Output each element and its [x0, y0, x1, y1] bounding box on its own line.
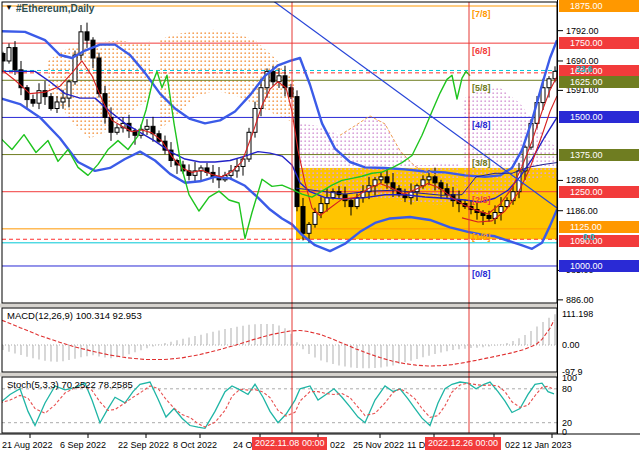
candle-body	[313, 213, 317, 225]
murrey-level-label: [2/8]	[472, 195, 491, 205]
date-label: 21 Aug 2022	[2, 440, 53, 450]
price-badge: 1250.00	[559, 186, 639, 198]
candle-body	[109, 117, 113, 132]
stoch-label: Stoch(5,3,3)	[7, 379, 59, 390]
date-highlight-badge: 2022.12.26 00:00	[425, 437, 501, 450]
stoch-axis-label: 0	[562, 427, 567, 437]
date-label: 12 Jan 2023	[522, 440, 572, 450]
murrey-level-label: [7/8]	[472, 9, 491, 19]
date-label: 24 O	[233, 440, 253, 450]
candle-body	[385, 177, 389, 183]
candle-body	[499, 207, 503, 213]
price-badge: 1750.00	[559, 37, 639, 49]
fib-level-label: 23.6	[576, 64, 593, 74]
date-label: 8 Oct 2022	[173, 440, 217, 450]
price-badge: 1125.00	[559, 221, 639, 233]
murrey-level-label: [0/8]	[472, 269, 491, 279]
date-label: 11 D	[407, 440, 425, 450]
macd-axis-label: 111.198	[562, 309, 593, 319]
date-highlight-badge: 2022.11.08 00:00	[252, 437, 327, 450]
candle-body	[115, 128, 119, 132]
candle-body	[61, 98, 65, 102]
stoch-values: 70.2522 78.2585	[61, 379, 132, 390]
fib-level-label: 0.0	[583, 232, 595, 242]
candle-body	[7, 48, 11, 61]
candle-body	[379, 177, 383, 180]
date-label: 022	[330, 440, 345, 450]
candle-body	[13, 48, 17, 70]
candle-body	[307, 224, 311, 233]
murrey-level-label: [6/8]	[472, 46, 491, 56]
candle-body	[49, 97, 53, 109]
price-tick-label: 1288.00	[566, 175, 599, 185]
chart-collapse-icon[interactable]: ▼	[5, 3, 13, 12]
price-badge: 1875.00	[559, 0, 639, 12]
price-tick-label: 1186.00	[566, 206, 598, 216]
candle-body	[487, 215, 491, 218]
main-panel[interactable]	[0, 0, 557, 266]
price-badge: 1375.00	[559, 149, 639, 161]
candle-body	[349, 201, 353, 207]
candle-body	[271, 71, 275, 81]
candle-body	[31, 100, 35, 104]
date-label: 022	[505, 440, 520, 450]
macd-panel[interactable]	[2, 314, 557, 368]
stoch-axis-label: 100	[562, 373, 577, 383]
date-label: 6 Sep 2022	[60, 440, 106, 450]
candle-body	[547, 79, 551, 88]
candle-body	[319, 204, 323, 213]
price-badge: 1000.00	[559, 260, 639, 272]
candle-body	[85, 32, 89, 40]
macd-panel-label: MACD(12,26,9) 100.314 92.953	[7, 310, 142, 321]
price-badge: 1500.00	[559, 111, 639, 123]
macd-axis-label: 0.00	[562, 340, 580, 350]
candle-body	[433, 177, 437, 183]
price-badge: 1650.00	[559, 65, 639, 77]
murrey-level-label: [1/8]	[472, 232, 491, 242]
price-badge: 1090.00	[559, 235, 639, 247]
date-label: 25 Nov 2022	[353, 440, 404, 450]
symbol-title: #Ethereum,Daily	[16, 3, 94, 14]
stoch-axis-label: 80	[562, 384, 572, 394]
price-tick-label: 1792.00	[566, 26, 599, 36]
murrey-level-label: [4/8]	[472, 120, 491, 130]
price-badge: 1625.00	[559, 76, 639, 88]
candle-body	[55, 102, 59, 109]
candle-body	[301, 207, 305, 234]
stoch-panel-label: Stoch(5,3,3) 70.2522 78.2585	[7, 379, 133, 390]
price-tick-label: 886.00	[566, 295, 594, 305]
candle-body	[253, 109, 257, 133]
date-label: 22 Sep 2022	[118, 440, 169, 450]
murrey-level-label: [5/8]	[472, 83, 491, 93]
macd-signal-line	[2, 320, 554, 366]
trading-chart-window: ▼ #Ethereum,Daily MACD(12,26,9) 100.314 …	[0, 0, 640, 457]
macd-values: 100.314 92.953	[76, 310, 142, 321]
candle-body	[277, 76, 281, 82]
candle-body	[427, 177, 431, 180]
murrey-level-label: [3/8]	[472, 158, 491, 168]
candle-body	[145, 126, 149, 129]
macd-label: MACD(12,26,9)	[7, 310, 73, 321]
